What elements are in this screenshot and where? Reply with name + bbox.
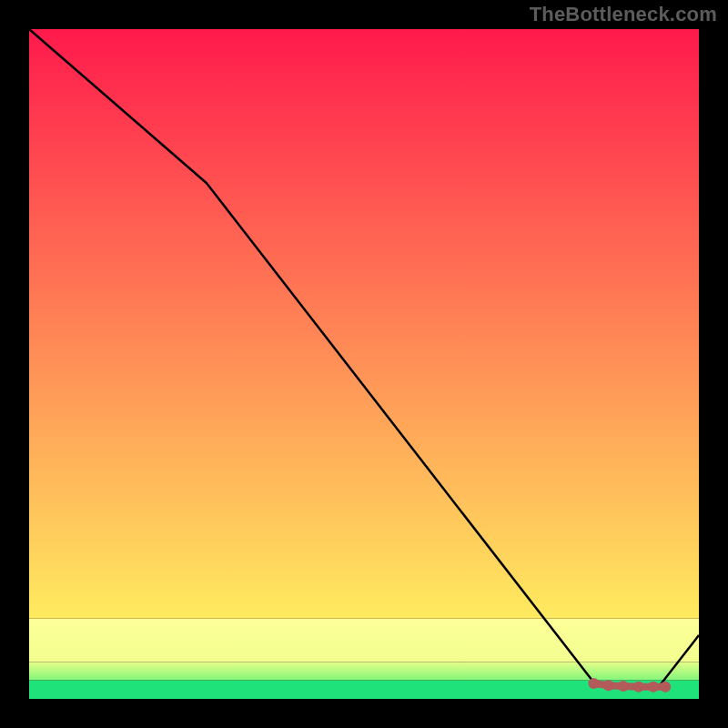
bottleneck-chart [0, 0, 728, 728]
floor-marker-dot [660, 682, 671, 693]
chart-stage: TheBottleneck.com [0, 0, 728, 728]
floor-marker-dot [588, 678, 599, 689]
band-pale-yellow [29, 619, 699, 662]
floor-marker-dot [618, 681, 629, 692]
floor-marker-dot [633, 682, 644, 693]
floor-marker-dot [603, 680, 614, 691]
band-light-green [29, 662, 699, 681]
attribution-label: TheBottleneck.com [530, 3, 717, 26]
floor-marker-dot [648, 682, 659, 693]
